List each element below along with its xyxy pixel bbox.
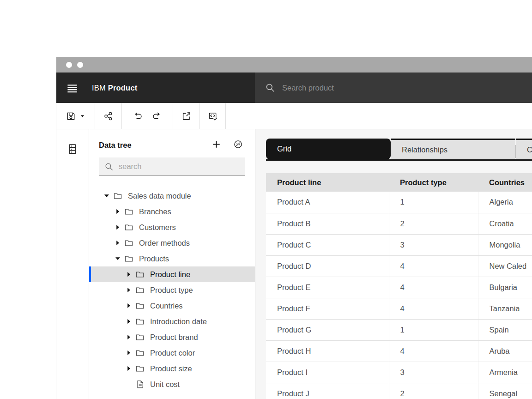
window-dot[interactable] <box>77 62 83 68</box>
table-cell: 2 <box>389 213 478 234</box>
tab-label: Cu <box>527 145 532 154</box>
folder-icon <box>124 254 133 263</box>
tree-item-order-methods[interactable]: Order methods <box>89 235 255 251</box>
table-row[interactable]: Product G1Spain <box>266 319 532 340</box>
add-button[interactable] <box>212 139 221 151</box>
table-cell: Senegal <box>478 383 532 399</box>
redo-button[interactable] <box>147 103 166 129</box>
tree-item-product-color[interactable]: Product color <box>89 345 255 361</box>
tree-search-input[interactable] <box>119 162 230 171</box>
tree-item-countries[interactable]: Countries <box>89 298 255 314</box>
tree-item-customers[interactable]: Customers <box>89 219 255 235</box>
chevron-right-icon[interactable] <box>125 333 133 341</box>
data-tree-panel: Data tree Sales data moduleBranchesCusto… <box>89 129 255 399</box>
undo-button[interactable] <box>128 103 147 129</box>
chevron-right-icon[interactable] <box>125 365 133 372</box>
tree-item-label: Customers <box>139 223 176 232</box>
tree-search-field <box>99 157 245 176</box>
column-header[interactable]: Countries <box>478 173 532 192</box>
table-cell: Armenia <box>478 362 532 383</box>
tab-grid[interactable]: Grid <box>266 139 391 159</box>
window-titlebar[interactable] <box>56 57 532 73</box>
chevron-right-icon[interactable] <box>125 302 133 309</box>
redo-icon <box>152 111 162 121</box>
table-row[interactable]: Product J2Senegal <box>266 383 532 399</box>
folder-icon <box>135 332 145 342</box>
table-cell: 1 <box>389 319 478 340</box>
product-search-input[interactable] <box>282 84 476 92</box>
launch-button[interactable] <box>177 103 196 129</box>
folder-icon <box>135 285 145 295</box>
table-row[interactable]: Product B2Croatia <box>266 213 532 234</box>
tab-relationships[interactable]: Relationships <box>391 139 515 159</box>
table-cell: 4 <box>389 255 478 277</box>
chevron-right-icon[interactable] <box>125 286 133 294</box>
folder-icon <box>135 348 145 357</box>
share-button[interactable] <box>99 103 118 129</box>
table-row[interactable]: Product C3Mongolia <box>266 234 532 255</box>
chevron-right-icon[interactable] <box>114 208 121 215</box>
table-cell: 1 <box>389 192 478 213</box>
table-cell: Product H <box>266 340 389 362</box>
chevron-right-icon[interactable] <box>125 318 133 325</box>
table-cell: Spain <box>478 319 532 340</box>
tree-item-label: Order methods <box>139 239 190 248</box>
tree-item-sales-data-module[interactable]: Sales data module <box>89 188 255 204</box>
folder-icon <box>124 207 133 216</box>
folder-icon <box>113 191 122 200</box>
data-tree-header: Data tree <box>89 139 255 151</box>
tree-item-introduction-date[interactable]: Introduction date <box>89 314 255 329</box>
tab-cu[interactable]: Cu <box>516 139 532 159</box>
code-validate-button[interactable] <box>203 103 222 129</box>
tree-item-label: Product line <box>150 270 190 279</box>
chevron-right-icon[interactable] <box>125 271 133 278</box>
tree-item-label: Countries <box>150 302 183 310</box>
column-header[interactable]: Product line <box>266 173 389 192</box>
brand-prefix: IBM <box>92 84 106 92</box>
data-catalog-button[interactable] <box>66 143 79 157</box>
data-tree: Sales data moduleBranchesCustomersOrder … <box>89 188 255 392</box>
table-row[interactable]: Product A1Algeria <box>266 192 532 213</box>
chevron-down-icon[interactable] <box>114 255 121 262</box>
tree-item-label: Product brand <box>150 333 198 342</box>
app-window: IBM Product Data tree <box>56 57 532 399</box>
table-cell: Product J <box>266 383 389 399</box>
left-rail <box>56 129 89 399</box>
table-row[interactable]: Product E4Bulgaria <box>266 277 532 298</box>
table-row[interactable]: Product F4Tanzania <box>266 298 532 319</box>
tree-item-label: Product size <box>150 364 192 373</box>
table-row[interactable]: Product H4Aruba <box>266 340 532 362</box>
column-header[interactable]: Product type <box>389 173 478 192</box>
table-cell: 3 <box>389 234 478 255</box>
tree-item-product-brand[interactable]: Product brand <box>89 329 255 345</box>
tree-item-product-line[interactable]: Product line <box>89 266 255 282</box>
tree-item-label: Products <box>139 254 169 263</box>
tree-item-label: Product type <box>150 286 193 295</box>
chevron-right-icon[interactable] <box>114 224 121 231</box>
tree-item-product-size[interactable]: Product size <box>89 361 255 376</box>
tree-item-product-type[interactable]: Product type <box>89 282 255 298</box>
folder-icon <box>124 238 133 248</box>
table-cell: 4 <box>389 277 478 298</box>
app-header: IBM Product <box>56 73 532 103</box>
table-row[interactable]: Product D4New Caled <box>266 255 532 277</box>
table-row[interactable]: Product I3Armenia <box>266 362 532 383</box>
tree-item-products[interactable]: Products <box>89 251 255 266</box>
chevron-right-icon[interactable] <box>125 349 133 357</box>
tree-item-unit-cost[interactable]: Unit cost <box>89 376 255 392</box>
explore-button[interactable] <box>233 139 243 151</box>
window-dot[interactable] <box>66 62 72 68</box>
undo-icon <box>133 111 143 121</box>
tree-item-branches[interactable]: Branches <box>89 204 255 219</box>
table-cell: 4 <box>389 298 478 319</box>
tab-label: Grid <box>277 145 291 153</box>
save-button[interactable] <box>61 103 90 129</box>
menu-button[interactable] <box>56 73 83 103</box>
chevron-down-icon[interactable] <box>103 192 110 200</box>
table-cell: 2 <box>389 383 478 399</box>
document-icon <box>135 380 145 389</box>
chevron-right-icon[interactable] <box>114 239 121 247</box>
table-cell: Croatia <box>478 213 532 234</box>
header-search <box>255 73 532 103</box>
folder-icon <box>124 223 133 232</box>
